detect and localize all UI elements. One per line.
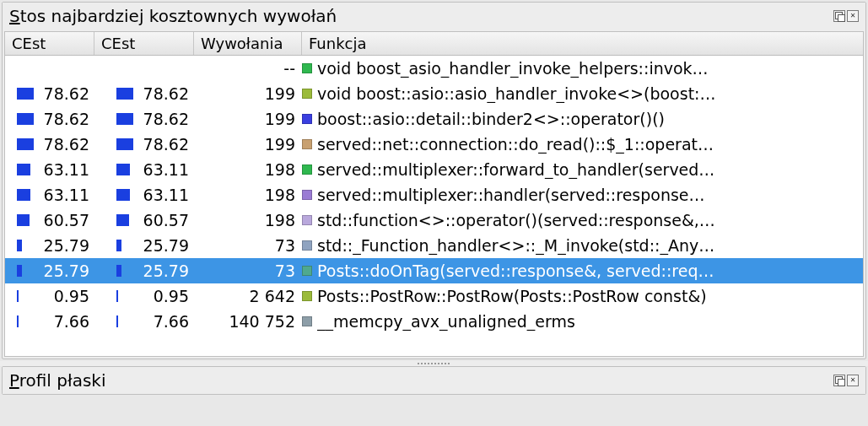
- function-name: Posts::PostRow::PostRow(Posts::PostRow c…: [317, 287, 858, 305]
- flat-profile-header: Profil płaski: [3, 367, 865, 394]
- detach-icon[interactable]: [833, 10, 845, 22]
- function-cell: void boost::asio::asio_handler_invoke<>(…: [302, 84, 858, 103]
- cost-bar-icon: [17, 113, 39, 125]
- col-cest-2[interactable]: CEst: [94, 32, 194, 55]
- table-row[interactable]: 0.950.952 642Posts::PostRow::PostRow(Pos…: [5, 283, 863, 309]
- function-name: served::net::connection::do_read()::$_1:…: [317, 135, 858, 154]
- table-row[interactable]: 78.6278.62199served::net::connection::do…: [5, 132, 863, 157]
- cost-bar-icon: [116, 113, 138, 125]
- cost-bar-icon: [17, 290, 39, 302]
- function-color-icon: [302, 215, 312, 225]
- cost-value: 25.79: [143, 236, 189, 255]
- table-row[interactable]: 78.6278.62199boost::asio::detail::binder…: [5, 106, 863, 132]
- function-cell: __memcpy_avx_unaligned_erms: [302, 312, 858, 331]
- cost-value: 60.57: [44, 211, 89, 229]
- function-cell: std::function<>::operator()(served::resp…: [302, 211, 858, 229]
- cost-bar-icon: [116, 138, 138, 150]
- calls-cell: --: [194, 59, 302, 78]
- cost-cell: 25.79: [5, 262, 94, 280]
- function-color-icon: [302, 63, 312, 73]
- table-row[interactable]: 63.1163.11198served::multiplexer::handle…: [5, 182, 863, 208]
- cost-value: 78.62: [143, 110, 189, 128]
- cost-cell: 25.79: [5, 236, 94, 255]
- cost-cell: 78.62: [5, 135, 94, 154]
- cost-cell: 60.57: [94, 211, 194, 229]
- function-name: void boost::asio::asio_handler_invoke<>(…: [317, 84, 858, 103]
- function-cell: Posts::PostRow::PostRow(Posts::PostRow c…: [302, 287, 858, 305]
- cost-value: 7.66: [143, 312, 189, 331]
- calls-cell: 199: [194, 84, 302, 103]
- calls-cell: 140 752: [194, 312, 302, 331]
- cost-cell: 78.62: [5, 110, 94, 128]
- cost-cell: 78.62: [5, 84, 94, 103]
- title-accel-char: P: [9, 370, 19, 391]
- cost-cell: 60.57: [5, 211, 94, 229]
- call-stack-panel: Stos najbardziej kosztownych wywołań CEs…: [2, 2, 866, 359]
- close-icon[interactable]: [847, 10, 859, 22]
- table-row[interactable]: 25.7925.7973std::_Function_handler<>::_M…: [5, 233, 863, 258]
- cost-value: 63.11: [143, 160, 189, 179]
- table-header: CEst CEst Wywołania Funkcja: [5, 32, 863, 56]
- table-row[interactable]: --void boost_asio_handler_invoke_helpers…: [5, 56, 863, 81]
- cost-value: 63.11: [143, 186, 189, 204]
- cost-bar-icon: [116, 315, 138, 327]
- cost-value: 60.57: [143, 211, 189, 229]
- cost-bar-icon: [116, 290, 138, 302]
- call-stack-title: Stos najbardziej kosztownych wywołań: [9, 6, 833, 26]
- cost-value: 78.62: [143, 84, 189, 103]
- function-color-icon: [302, 190, 312, 200]
- col-cest-1[interactable]: CEst: [5, 32, 94, 55]
- function-name: std::_Function_handler<>::_M_invoke(std:…: [317, 236, 858, 255]
- cost-bar-icon: [116, 240, 138, 251]
- cost-bar-icon: [17, 214, 39, 226]
- function-name: __memcpy_avx_unaligned_erms: [317, 312, 858, 331]
- cost-cell: 78.62: [94, 110, 194, 128]
- cost-value: 7.66: [44, 312, 89, 331]
- cost-value: 78.62: [143, 135, 189, 154]
- function-color-icon: [302, 139, 312, 149]
- close-icon[interactable]: [847, 375, 859, 386]
- table-row[interactable]: 60.5760.57198std::function<>::operator()…: [5, 208, 863, 233]
- cost-value: 0.95: [143, 287, 189, 305]
- function-cell: std::_Function_handler<>::_M_invoke(std:…: [302, 236, 858, 255]
- cost-value: 25.79: [143, 262, 189, 280]
- function-name: served::multiplexer::forward_to_handler(…: [317, 160, 858, 179]
- table-empty-space: [5, 334, 863, 356]
- cost-value: 25.79: [44, 236, 89, 255]
- table-row[interactable]: 7.667.66140 752__memcpy_avx_unaligned_er…: [5, 309, 863, 334]
- calls-cell: 198: [194, 160, 302, 179]
- detach-icon[interactable]: [833, 375, 845, 386]
- function-color-icon: [302, 316, 312, 326]
- cost-cell: 25.79: [94, 262, 194, 280]
- table-row[interactable]: 78.6278.62199void boost::asio::asio_hand…: [5, 81, 863, 106]
- calls-cell: 198: [194, 211, 302, 229]
- function-cell: Posts::doOnTag(served::response&, served…: [302, 262, 858, 280]
- function-color-icon: [302, 266, 312, 276]
- function-cell: served::net::connection::do_read()::$_1:…: [302, 135, 858, 154]
- col-calls[interactable]: Wywołania: [194, 32, 302, 55]
- cost-value: 0.95: [44, 287, 89, 305]
- cost-cell: 63.11: [94, 160, 194, 179]
- call-stack-panel-header: Stos najbardziej kosztownych wywołań: [3, 3, 865, 30]
- cost-cell: 0.95: [94, 287, 194, 305]
- calls-cell: 199: [194, 110, 302, 128]
- cost-value: 63.11: [44, 160, 89, 179]
- cost-cell: 78.62: [94, 84, 194, 103]
- cost-cell: 63.11: [5, 160, 94, 179]
- calls-cell: 2 642: [194, 287, 302, 305]
- cost-bar-icon: [17, 240, 39, 251]
- table-row[interactable]: 63.1163.11198served::multiplexer::forwar…: [5, 157, 863, 182]
- col-function[interactable]: Funkcja: [302, 32, 863, 55]
- function-name: std::function<>::operator()(served::resp…: [317, 211, 858, 229]
- cost-bar-icon: [116, 164, 138, 175]
- cost-bar-icon: [17, 88, 39, 100]
- cost-bar-icon: [17, 164, 39, 175]
- calls-cell: 73: [194, 262, 302, 280]
- function-name: boost::asio::detail::binder2<>::operator…: [317, 110, 858, 128]
- calls-cell: 198: [194, 186, 302, 204]
- cost-bar-icon: [17, 138, 39, 150]
- cost-cell: 63.11: [5, 186, 94, 204]
- cost-value: 25.79: [44, 262, 89, 280]
- table-row[interactable]: 25.7925.7973Posts::doOnTag(served::respo…: [5, 258, 863, 283]
- cost-bar-icon: [116, 189, 138, 201]
